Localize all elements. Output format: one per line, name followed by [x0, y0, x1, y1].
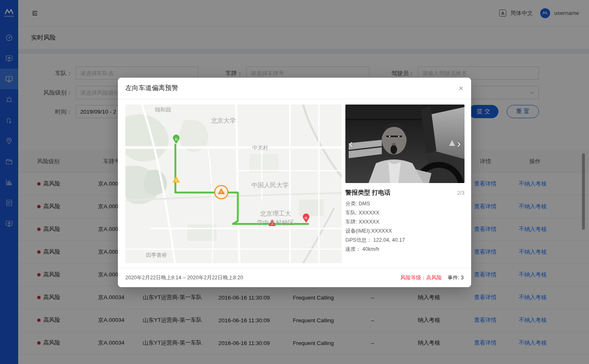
warning-orange-marker[interactable]: ! — [215, 186, 228, 199]
alert-field: 设备(IMEI):XXXXXX — [345, 226, 464, 236]
alert-field: 车队: XXXXXX — [345, 208, 464, 217]
events-count: 事件: 3 — [448, 274, 464, 281]
alert-panel: ‹ › 警报类型 打电话 2/3 分类: DMS车队: XXXXXX车牌: XX… — [345, 105, 464, 254]
driver-photo: ‹ › — [345, 105, 464, 183]
modal-header: 左向车道偏离预警 ✕ — [118, 78, 471, 99]
alert-field: 速度： 40km/h — [345, 245, 464, 254]
map-place-label: 中国人民大学 — [251, 181, 289, 188]
alert-field: 分类: DMS — [345, 199, 464, 208]
map-place-label: 北京大学 — [211, 117, 236, 124]
time-range-label: 2020年2月22日晚上8:14 – 2020年2月22日晚上8:20 — [125, 274, 243, 281]
alert-field: GPS信息： 122.04, 40.17 — [345, 236, 464, 245]
map-place-label: 中关村 — [252, 145, 268, 151]
warning-modal: 左向车道偏离预警 ✕ — [118, 78, 471, 287]
modal-footer: 2020年2月22日晚上8:14 – 2020年2月22日晚上8:20 风险等级… — [118, 268, 471, 287]
alert-type-title: 警报类型 打电话 — [345, 189, 390, 197]
alert-fields: 分类: DMS车队: XXXXXX车牌: XXXXXX设备(IMEI):XXXX… — [345, 199, 464, 254]
alert-field: 车牌: XXXXXX — [345, 217, 464, 226]
svg-text:终: 终 — [305, 216, 308, 219]
svg-text:!: ! — [176, 178, 177, 183]
map-place-label: 四季青桥 — [146, 252, 167, 258]
risk-level-value: 风险等级：高风险 — [400, 274, 442, 281]
svg-text:!: ! — [221, 190, 222, 194]
map-place-label: 颐和园 — [155, 107, 171, 113]
route-map[interactable]: 起 ! ! ! — [125, 105, 342, 263]
modal-title: 左向车道偏离预警 — [125, 84, 178, 93]
close-icon[interactable]: ✕ — [458, 85, 464, 91]
modal-body: 起 ! ! ! — [118, 99, 471, 268]
carousel-position: 2/3 — [457, 190, 464, 196]
carousel-prev-icon[interactable]: ‹ — [349, 138, 353, 150]
svg-text:起: 起 — [175, 138, 178, 141]
carousel-next-icon[interactable]: › — [457, 138, 461, 150]
